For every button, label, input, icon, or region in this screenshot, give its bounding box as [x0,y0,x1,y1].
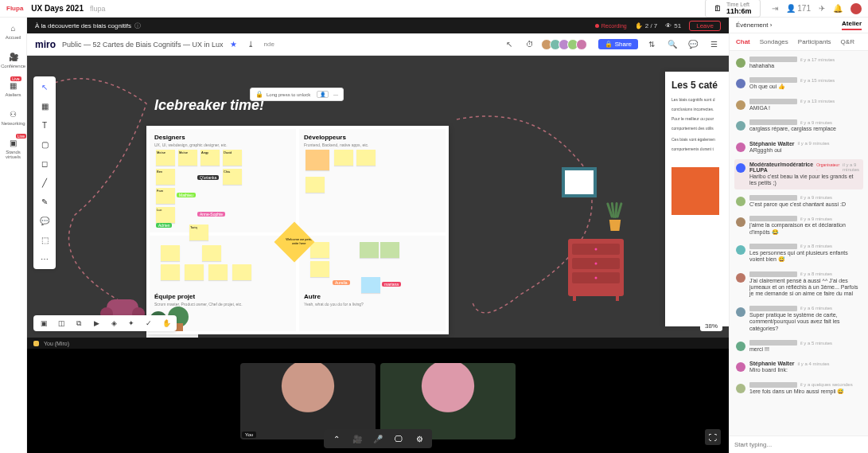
slide-right[interactable]: Les 5 caté Les biais cognitifs sont d co… [665,72,729,326]
tab-sondages[interactable]: Sondages [760,38,788,45]
sticky-note[interactable] [356,150,376,166]
tab-qr[interactable]: Q&R [841,38,854,45]
sticky-note[interactable]: Luc [156,207,175,223]
fullscreen-button[interactable]: ⛶ [705,429,721,445]
sticky-note[interactable]: Moïse [178,150,197,166]
timer-icon[interactable]: ⏱ [523,37,537,52]
copy-icon[interactable]: ⧉ [73,318,84,329]
chat-input[interactable] [734,441,863,448]
check-icon[interactable]: ✓ [143,318,154,329]
sticky-note[interactable] [361,277,380,293]
filter-icon[interactable]: ⇅ [644,37,659,52]
raised-hands[interactable]: ✋ 2 / 7 [635,22,658,29]
attendees-count[interactable]: 👤 171 [786,4,811,13]
nav-label: Ateliers [5,92,21,97]
line-tool[interactable]: ╱ [37,175,52,189]
video-tile-peer[interactable]: Laurence Vagner [380,363,516,439]
avatar [736,384,745,393]
avatar [736,79,745,88]
sticky-note[interactable]: Moïse [156,150,175,166]
share-button[interactable]: 🔒 Share [598,39,638,49]
menu-icon[interactable]: ☰ [706,37,721,52]
chevron-up-icon[interactable]: ⌃ [330,432,343,445]
export-icon[interactable]: ⤓ [243,37,258,52]
sticky-note[interactable] [310,261,329,277]
miro-avatars[interactable] [543,39,587,50]
frames-icon[interactable]: ▣ [38,318,49,329]
tab-chat[interactable]: Chat [736,38,750,45]
chat-message: Stéphanie Walteril y a 4 minutesMiro boa… [734,358,863,376]
sticky-note[interactable] [161,245,180,261]
text-tool[interactable]: T [37,118,52,132]
frame-tool[interactable]: ⬚ [37,232,52,247]
nav-ateliers[interactable]: ▦ Live Ateliers [5,80,21,97]
nav-conference[interactable]: 🎥 Conférence [1,51,25,68]
zoom-level[interactable]: 38% [700,321,722,331]
chat-icon[interactable]: 💬 [686,37,700,52]
cursor-tool[interactable]: ↖ [37,80,52,94]
settings-icon[interactable]: ⚙ [413,432,426,445]
hand-icon[interactable]: ✋ [161,318,172,329]
star-icon[interactable]: ★ [230,40,237,49]
sticky-note[interactable]: Chia [223,169,242,185]
pen-tool[interactable]: ✎ [37,194,52,209]
time-left-box: 🗓 Time Left 11h:6m [705,0,761,18]
quad-autre[interactable]: Aurelia mariana Autre Yeah, what do you … [299,236,446,331]
sticky-note[interactable]: Ben [156,169,175,185]
exit-icon[interactable]: ⇥ [772,4,778,13]
more-tool[interactable]: ⋯ [37,252,52,266]
camera-icon[interactable]: 🎥 [351,432,364,445]
sticky-note[interactable] [360,242,379,258]
sticky-note[interactable] [208,264,228,280]
sticky-note[interactable]: David [223,150,242,166]
screen-icon[interactable]: 🖵 [392,432,405,445]
nav-stands[interactable]: ▣ Live Stands virtuels [0,137,26,159]
quad-designers[interactable]: Designers UX, UI, webdesign, graphic des… [150,129,296,232]
present-icon[interactable]: ▶ [91,318,102,329]
sticky-note[interactable] [202,245,221,261]
cursor-icon[interactable]: ↖ [502,37,516,52]
sticky-note[interactable] [161,264,180,280]
comment-tool[interactable]: 💬 [37,213,52,228]
map-icon[interactable]: ◫ [56,318,67,329]
tab-participants[interactable]: Participants [798,38,831,45]
miro-canvas[interactable]: Icebreaker time! 🔒 Long press to unlock … [27,56,729,338]
nav-accueil[interactable]: ⌂ Accueil [6,22,21,40]
user-tag: mariana [382,282,401,287]
sticky-note[interactable] [185,264,204,280]
nav-networking[interactable]: ⚇ Networking [1,108,25,126]
send-icon[interactable]: ✈ [819,4,825,13]
sticky-note[interactable] [232,264,251,280]
sticky-note[interactable] [380,242,399,258]
sticky-tool[interactable]: ▢ [37,137,52,151]
sticky-note[interactable] [306,177,325,193]
video-tile-self[interactable]: You [240,363,376,439]
chat-message: il y a 9 minutesj'aime la comparaison ex… [734,213,863,238]
message-text: J'ai clairement pensé à aussi ^^ J'ai de… [749,278,862,298]
leave-button[interactable]: Leave [689,21,721,31]
sticky-note[interactable] [334,150,353,166]
miro-board-title[interactable]: Public — 52 Cartes de Biais Cognitifs — … [62,41,224,49]
mic-icon[interactable]: 🎤 [372,432,384,445]
atelier-tab[interactable]: Atelier [842,20,862,30]
message-author [749,57,797,62]
help-icon[interactable]: ⓘ [134,21,141,30]
online-count[interactable]: 👁 51 [665,22,681,29]
search-icon[interactable]: 🔍 [665,37,679,52]
template-tool[interactable]: ▦ [37,99,52,113]
sticky-note[interactable]: Angy [200,150,220,166]
sticky-note[interactable] [306,150,329,170]
slide-text: Ces biais vont égalemen [671,137,722,142]
ai-icon[interactable]: ✦ [126,318,137,329]
lock-hint[interactable]: 🔒 Long press to unlock 👤 ⋯ [250,88,344,101]
event-dropdown[interactable]: Événement › [736,21,772,29]
lock-hint-label: Long press to unlock [267,92,310,97]
sticky-note[interactable]: Farn [156,188,175,204]
shape-tool[interactable]: ◻ [37,156,52,170]
layers-icon[interactable]: ◈ [108,318,119,329]
quad-developpeurs[interactable]: Développeurs Frontend, Backend, native a… [299,129,446,232]
user-avatar[interactable] [850,3,862,14]
sticky-note[interactable]: Tariq [189,225,208,240]
chat-messages[interactable]: il y a 17 minuteshahahahail y a 15 minut… [730,51,868,435]
notifications-icon[interactable]: 🔔 [833,4,843,13]
